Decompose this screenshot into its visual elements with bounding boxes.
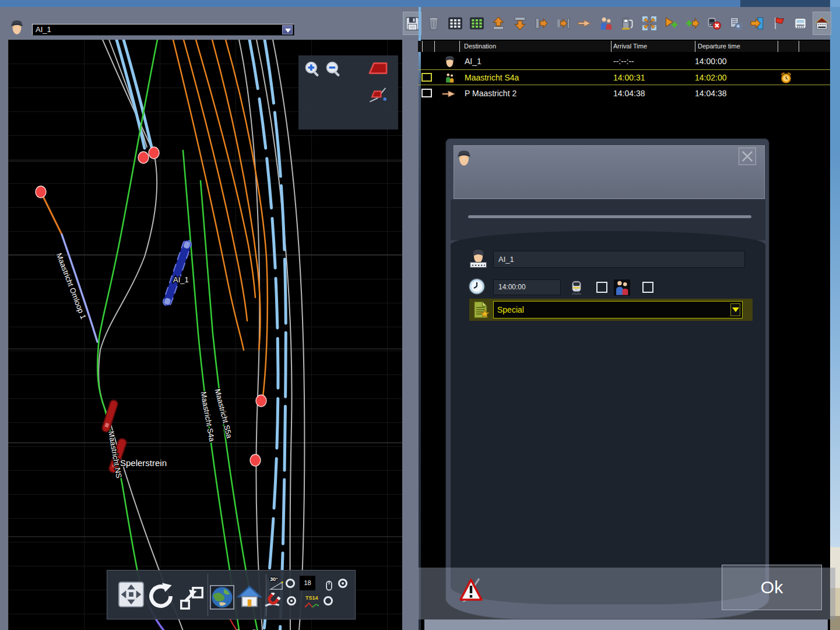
track-line-red [230, 618, 244, 630]
train-ai1[interactable] [162, 239, 192, 307]
timetable-row-p-maastricht-2[interactable]: P Maastricht 2 14:04:38 14:04:38 [418, 86, 830, 102]
train-front-icon [570, 280, 584, 295]
track-line-gray [99, 40, 304, 630]
remove-loco-button[interactable] [705, 12, 723, 34]
row-checkbox[interactable] [421, 89, 432, 97]
start-time-field[interactable]: 14:00:00 [493, 279, 561, 295]
col-destination: Destination [464, 43, 496, 50]
cell-destination: Maastricht S4a [465, 73, 519, 82]
chevron-down-icon[interactable] [282, 25, 293, 34]
waypoint-marker[interactable] [36, 147, 266, 630]
map-label-ai1: AI_1 [173, 275, 189, 284]
cell-destination: P Maastricht 2 [465, 89, 516, 98]
world-sky [830, 0, 840, 630]
service-type-dropdown[interactable]: Special [493, 301, 743, 318]
zoom-in-magnifier[interactable] [303, 60, 322, 79]
alarm-clock-icon [780, 72, 792, 84]
timetable-row-maastricht-s4a[interactable]: Maastricht S4a 14:00:31 14:02:00 [418, 69, 830, 85]
insert-above-button[interactable] [490, 12, 507, 34]
converge-arrows-button[interactable] [641, 12, 658, 34]
gradient-mode-radio[interactable] [286, 579, 295, 588]
ts14-radio[interactable] [324, 596, 333, 606]
cell-arrival: 14:00:31 [613, 73, 645, 82]
jump-to-icon[interactable] [178, 584, 205, 611]
map-label-s4a: Maastricht S4a [199, 391, 217, 443]
map-toolbar: 30° 18 TS [107, 570, 356, 620]
pickup-passengers-checkbox[interactable] [642, 282, 653, 293]
snap-magnet-icon[interactable] [263, 593, 281, 609]
col-departure: Departure time [698, 43, 740, 50]
passengers-icon [444, 72, 455, 84]
track-marker-edit[interactable] [367, 83, 389, 106]
add-instruction-button[interactable] [684, 12, 701, 34]
snap-magnet-radio[interactable] [287, 596, 296, 606]
row-checkbox[interactable] [421, 73, 432, 82]
world-view-icon[interactable] [210, 585, 234, 610]
timetable-toolbar [402, 7, 830, 40]
home-icon[interactable] [237, 584, 262, 610]
service-document-icon [472, 300, 490, 319]
driver-instruction-dialog: AI_1 14:00:00 [445, 138, 769, 620]
zoom-out-magnifier[interactable] [324, 60, 343, 79]
ts14-gradient-icon [305, 601, 319, 608]
flag-button[interactable] [770, 12, 788, 34]
driver-icon [456, 149, 472, 167]
driver-nameplate-icon [469, 247, 488, 268]
service-type-value: Special [497, 305, 524, 314]
grid-size-value: 18 [300, 576, 315, 590]
chevron-down-icon[interactable] [730, 303, 740, 316]
delete-button[interactable] [425, 12, 442, 34]
svg-text:30°: 30° [270, 576, 278, 582]
hand-pointer-icon [442, 89, 456, 99]
title-strip [0, 0, 840, 7]
timetable-row-ai1[interactable]: AI_1 --:--:-- 14:00:00 [418, 54, 830, 69]
mouse-mode-icon[interactable] [325, 580, 333, 592]
map-label-s5a: Maastricht S5a [213, 388, 234, 440]
passengers-button[interactable] [598, 12, 615, 34]
app-window: AI_1 [0, 0, 840, 630]
timetable-header: Destination Arrival Time Departure time [418, 41, 830, 52]
ok-button[interactable]: Ok [722, 565, 822, 610]
track-marker-large[interactable] [367, 60, 389, 76]
grid-white-button[interactable] [447, 12, 464, 34]
dialog-divider [468, 215, 751, 218]
track-map[interactable]: Maastricht Omloop 1 AI_1 Maastricht S5a … [8, 40, 402, 630]
fuel-pump-button[interactable] [619, 12, 637, 34]
driver-name-field[interactable]: AI_1 [493, 251, 745, 268]
train-front-button[interactable] [792, 12, 809, 34]
cell-destination: AI_1 [465, 57, 481, 66]
ok-label: Ok [761, 578, 783, 597]
mouse-mode-radio[interactable] [338, 579, 347, 588]
grid-green-button[interactable] [468, 12, 486, 34]
stop-at-destination-checkbox[interactable] [596, 282, 607, 293]
clock-icon [468, 278, 486, 295]
cell-departure: 14:00:00 [695, 57, 727, 66]
driver-icon [444, 55, 456, 68]
map-zoom-panel [298, 55, 398, 130]
gradient-mode-icon[interactable]: 30° [269, 575, 283, 592]
passengers-icon [614, 279, 630, 296]
cell-arrival: 14:04:38 [613, 89, 645, 98]
portal-exit-button[interactable] [748, 12, 766, 34]
map-label-speler: Spelerstrein [120, 458, 167, 468]
consist-settings-button[interactable] [727, 12, 744, 34]
dialog-header [454, 145, 765, 199]
cell-departure: 14:04:38 [695, 89, 727, 98]
close-icon[interactable] [739, 148, 756, 165]
add-service-button[interactable] [662, 12, 680, 34]
hand-pointer-button[interactable] [576, 12, 593, 34]
col-arrival: Arrival Time [613, 43, 647, 50]
footer-strip [424, 620, 828, 630]
shift-left-button[interactable] [554, 12, 572, 34]
train-shed-button[interactable] [813, 12, 831, 34]
shift-right-button[interactable] [533, 12, 550, 34]
ts14-label: TS14 [305, 595, 318, 601]
cell-departure: 14:02:00 [695, 73, 727, 82]
insert-below-button[interactable] [511, 12, 529, 34]
rotate-icon[interactable] [147, 581, 176, 610]
pan-icon[interactable] [118, 581, 145, 608]
unit-selector[interactable]: AI_1 [32, 24, 294, 36]
driver-name-value: AI_1 [498, 255, 514, 264]
unit-selector-value: AI_1 [36, 25, 51, 34]
start-time-value: 14:00:00 [498, 283, 526, 291]
